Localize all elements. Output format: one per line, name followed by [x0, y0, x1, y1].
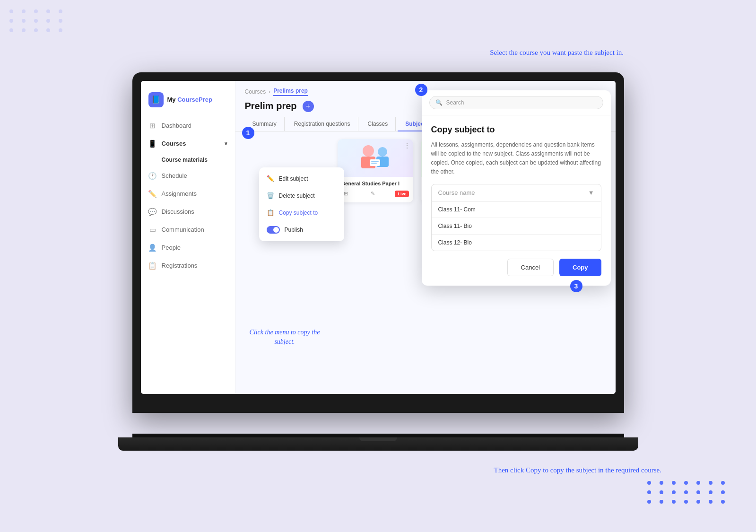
menu-item-copy[interactable]: 📋 Copy subject to — [259, 204, 344, 221]
copy-icon: 📋 — [267, 209, 274, 217]
delete-icon: 🗑️ — [267, 192, 274, 200]
dropdown-option-0[interactable]: Class 11- Com — [432, 201, 601, 218]
menu-item-publish[interactable]: Publish — [259, 221, 344, 238]
logo-brand: CoursePrep — [177, 96, 212, 103]
card-body: General Studies Paper I ⊞ ✎ Live — [338, 177, 413, 202]
sidebar-label-dashboard: Dashboard — [162, 122, 192, 129]
sidebar-item-discussions[interactable]: 💬 Discussions — [141, 203, 235, 221]
laptop: 📘 My CoursePrep ⊞ Dashboard 📱 Courses ∨ — [118, 72, 638, 460]
dropdown-options: Class 11- Com Class 11- Bio Class 12- Bi… — [431, 201, 601, 251]
step-1-bubble: 1 — [242, 127, 254, 139]
cancel-button[interactable]: Cancel — [507, 259, 554, 276]
course-dropdown[interactable]: Course name ▼ — [431, 184, 601, 201]
menu-item-delete[interactable]: 🗑️ Delete subject — [259, 187, 344, 204]
annotation-step3: Then click Copy to copy the subject in t… — [494, 465, 661, 476]
svg-point-0 — [363, 145, 374, 157]
dropdown-placeholder: Course name — [438, 189, 475, 196]
modal-title: Copy subject to — [431, 125, 601, 135]
search-box: 🔍 Search — [429, 96, 603, 109]
sidebar: 📘 My CoursePrep ⊞ Dashboard 📱 Courses ∨ — [141, 81, 235, 394]
sidebar-item-schedule[interactable]: 🕐 Schedule — [141, 167, 235, 185]
logo-text: My CoursePrep — [167, 96, 212, 103]
sidebar-label-schedule: Schedule — [162, 172, 187, 179]
app-logo: 📘 My CoursePrep — [141, 88, 235, 117]
svg-rect-5 — [371, 161, 379, 162]
breadcrumb-parent[interactable]: Courses — [245, 88, 266, 95]
annotation-step2: Select the course you want paste the sub… — [490, 47, 624, 58]
context-menu: ✏️ Edit subject 🗑️ Delete subject 📋 Copy… — [259, 167, 344, 241]
sidebar-item-course-materials[interactable]: Course materials — [141, 153, 235, 167]
people-icon: 👤 — [148, 244, 157, 252]
sidebar-label-registrations: Registrations — [162, 262, 198, 269]
tab-registration[interactable]: Registration questions — [287, 117, 358, 131]
screen-content: 📘 My CoursePrep ⊞ Dashboard 📱 Courses ∨ — [141, 81, 616, 394]
sidebar-label-discussions: Discussions — [162, 208, 194, 215]
assignments-icon: ✏️ — [148, 190, 157, 198]
modal-footer: Cancel Copy — [431, 259, 601, 276]
dropdown-arrow-icon: ▼ — [588, 189, 594, 196]
step-2-bubble: 2 — [415, 84, 427, 96]
screen-bezel: 📘 My CoursePrep ⊞ Dashboard 📱 Courses ∨ — [132, 72, 624, 413]
sidebar-label-communication: Communication — [162, 226, 204, 233]
communication-icon: ▭ — [148, 226, 157, 234]
card-image — [338, 139, 413, 177]
dropdown-option-2[interactable]: Class 12- Bio — [432, 235, 601, 251]
sidebar-item-dashboard[interactable]: ⊞ Dashboard — [141, 117, 235, 135]
toggle-knob — [273, 227, 279, 233]
schedule-icon: 🕐 — [148, 172, 157, 180]
sidebar-item-communication[interactable]: ▭ Communication — [141, 221, 235, 239]
publish-toggle[interactable] — [267, 226, 280, 234]
search-placeholder: Search — [446, 99, 464, 106]
menu-item-edit[interactable]: ✏️ Edit subject — [259, 170, 344, 187]
svg-point-2 — [378, 147, 387, 157]
sidebar-item-registrations[interactable]: 📋 Registrations — [141, 257, 235, 275]
discussions-icon: 💬 — [148, 208, 157, 216]
logo-emoji: 📘 — [151, 95, 161, 104]
card-illustration — [356, 141, 394, 174]
tab-classes[interactable]: Classes — [360, 117, 396, 131]
breadcrumb-current: Prelims prep — [273, 87, 308, 96]
courses-expand-icon: ∨ — [224, 141, 227, 146]
sidebar-label-courses: Courses — [162, 140, 186, 147]
sidebar-label-people: People — [162, 244, 181, 251]
edit-icon: ✏️ — [267, 175, 274, 183]
laptop-notch — [359, 437, 397, 441]
sidebar-item-assignments[interactable]: ✏️ Assignments — [141, 185, 235, 203]
card-menu-button[interactable]: ⋮ — [404, 142, 410, 149]
live-badge: Live — [395, 191, 409, 197]
step-3-bubble: 3 — [570, 280, 582, 292]
sidebar-label-assignments: Assignments — [162, 190, 197, 197]
modal-body: Copy subject to All lessons, assignments… — [422, 115, 611, 286]
modal-description: All lessons, assignments, dependencies a… — [431, 140, 601, 177]
dashboard-icon: ⊞ — [148, 122, 157, 130]
card-title: General Studies Paper I — [341, 181, 409, 186]
card-footer: ⊞ ✎ Live — [341, 189, 409, 199]
sidebar-label-course-materials: Course materials — [162, 157, 208, 163]
logo-icon: 📘 — [148, 92, 164, 107]
search-icon: 🔍 — [435, 99, 443, 106]
subject-card: ⋮ — [338, 139, 413, 202]
main-content: Courses › Prelims prep Prelim prep + Sum… — [235, 81, 616, 394]
courses-icon: 📱 — [148, 140, 157, 148]
annotation-step1: Click the menu to copy the subject. — [250, 319, 320, 347]
svg-rect-6 — [371, 163, 377, 164]
add-subject-button[interactable]: + — [303, 101, 314, 112]
copy-button[interactable]: Copy — [559, 259, 601, 276]
breadcrumb-separator: › — [269, 88, 270, 95]
card-edit-icon[interactable]: ✎ — [368, 189, 377, 199]
sidebar-item-courses[interactable]: 📱 Courses ∨ — [141, 135, 235, 153]
copy-modal: 2 🔍 Search Copy subject to All lessons, … — [422, 90, 611, 286]
sidebar-item-people[interactable]: 👤 People — [141, 239, 235, 257]
modal-search-area: 🔍 Search — [422, 90, 611, 115]
registrations-icon: 📋 — [148, 262, 157, 270]
page-title: Prelim prep — [245, 101, 297, 112]
dropdown-option-1[interactable]: Class 11- Bio — [432, 218, 601, 235]
